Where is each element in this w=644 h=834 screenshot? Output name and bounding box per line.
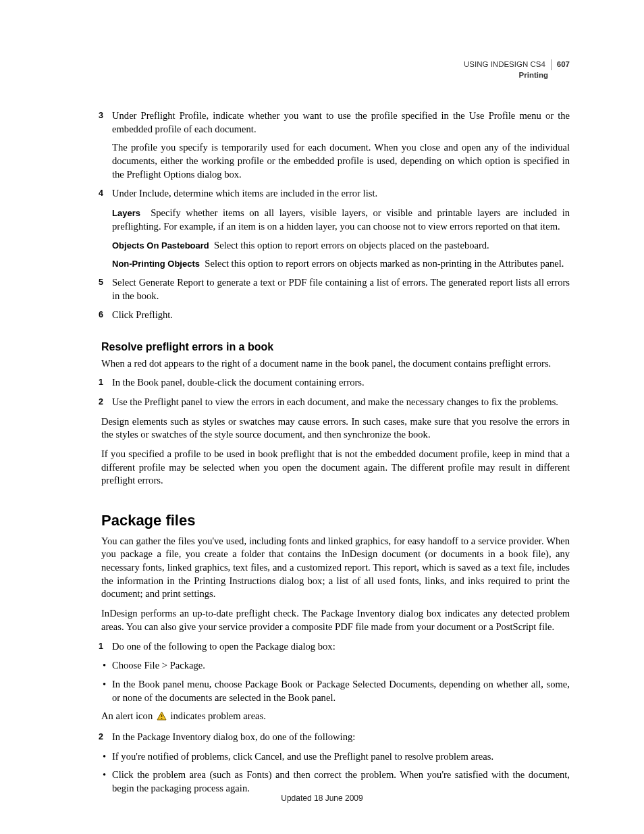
body-text: Under Include, determine which items are…: [112, 187, 570, 201]
page-number: 607: [552, 60, 570, 68]
body-text: If you specified a profile to be used in…: [101, 448, 570, 488]
svg-rect-2: [161, 718, 163, 719]
list-item: 3 Under Preflight Profile, indicate whet…: [101, 109, 570, 181]
body-text: Design elements such as styles or swatch…: [101, 415, 570, 442]
running-header: USING INDESIGN CS4607 Printing: [464, 59, 570, 80]
definition-text: Select this option to report errors on o…: [205, 258, 564, 269]
definition-label: Objects On Pasteboard: [112, 240, 209, 251]
step-number: 2: [99, 731, 103, 743]
definition-item: Non-Printing Objects Select this option …: [101, 257, 570, 271]
definition-item: Layers Specify whether items on all laye…: [101, 207, 570, 233]
list-item: 5 Select Generate Report to generate a t…: [101, 276, 570, 303]
bullet-item: If you're notified of problems, click Ca…: [101, 750, 570, 764]
definition-label: Non-Printing Objects: [112, 259, 200, 269]
document-page: USING INDESIGN CS4607 Printing 3 Under P…: [0, 0, 644, 834]
body-text: When a red dot appears to the right of a…: [101, 357, 570, 371]
body-text: You can gather the files you've used, in…: [101, 535, 570, 601]
definition-text: Select this option to report errors on o…: [214, 240, 489, 251]
body-text: Click Preflight.: [112, 309, 570, 322]
body-text: If you're notified of problems, click Ca…: [112, 751, 493, 762]
body-text: In the Book panel, double-click the docu…: [112, 376, 570, 390]
list-item: 2 In the Package Inventory dialog box, d…: [101, 731, 570, 744]
step-number: 1: [99, 641, 103, 652]
body-text: Do one of the following to open the Pack…: [112, 640, 570, 654]
step-number: 3: [99, 110, 103, 122]
list-item: 2 Use the Preflight panel to view the er…: [101, 396, 570, 409]
body-text: The profile you specify is temporarily u…: [112, 141, 570, 181]
step-number: 4: [99, 188, 103, 199]
body-text: Click the problem area (such as Fonts) a…: [112, 769, 570, 793]
body-text: Use the Preflight panel to view the erro…: [112, 396, 570, 409]
definition-label: Layers: [112, 208, 140, 218]
body-text: An alert icon: [101, 710, 155, 721]
svg-rect-1: [161, 714, 163, 717]
step-number: 2: [99, 396, 103, 408]
section-name: Printing: [464, 70, 570, 81]
step-number: 5: [99, 277, 103, 288]
page-footer: Updated 18 June 2009: [0, 793, 644, 803]
bullet-item: Click the problem area (such as Fonts) a…: [101, 768, 570, 795]
alert-paragraph: An alert icon indicates problem areas.: [101, 710, 570, 725]
definition-item: Objects On Pasteboard Select this option…: [101, 239, 570, 253]
definition-text: Specify whether items on all layers, vis…: [112, 207, 570, 232]
list-item: 6 Click Preflight.: [101, 309, 570, 322]
bullet-item: In the Book panel menu, choose Package B…: [101, 678, 570, 704]
heading-package: Package files: [101, 511, 570, 531]
body-text: In the Book panel menu, choose Package B…: [112, 679, 570, 703]
page-content: 3 Under Preflight Profile, indicate whet…: [101, 109, 570, 796]
bullet-item: Choose File > Package.: [101, 659, 570, 673]
step-number: 1: [99, 377, 103, 388]
list-item: 1 Do one of the following to open the Pa…: [101, 640, 570, 654]
step-number: 6: [99, 309, 103, 321]
doc-title: USING INDESIGN CS4: [464, 59, 552, 70]
body-text: indicates problem areas.: [171, 710, 266, 721]
list-item: 4 Under Include, determine which items a…: [101, 187, 570, 201]
heading-resolve: Resolve preflight errors in a book: [101, 340, 570, 355]
body-text: Under Preflight Profile, indicate whethe…: [112, 109, 570, 136]
body-text: Select Generate Report to generate a tex…: [112, 276, 570, 303]
list-item: 1 In the Book panel, double-click the do…: [101, 376, 570, 390]
warning-icon: [157, 711, 167, 725]
body-text: In the Package Inventory dialog box, do …: [112, 731, 570, 744]
body-text: Choose File > Package.: [112, 660, 205, 671]
body-text: InDesign performs an up-to-date prefligh…: [101, 607, 570, 633]
